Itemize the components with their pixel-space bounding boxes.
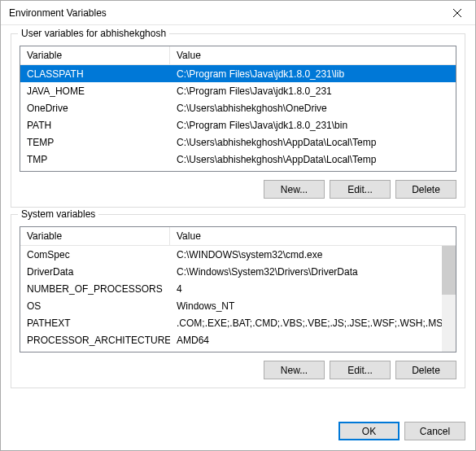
table-row[interactable]: ComSpecC:\WINDOWS\system32\cmd.exe: [20, 246, 442, 263]
table-row[interactable]: OSWindows_NT: [20, 297, 442, 314]
user-new-button[interactable]: New...: [264, 180, 325, 199]
variable-value-cell: Windows_NT: [170, 300, 442, 312]
variable-name-cell: ComSpec: [20, 249, 170, 261]
variable-value-cell: 4: [170, 283, 442, 295]
table-row[interactable]: JAVA_HOMEC:\Program Files\Java\jdk1.8.0_…: [20, 82, 456, 99]
variable-name-cell: OS: [20, 300, 170, 312]
system-list-header: Variable Value: [20, 227, 456, 246]
close-icon: [453, 9, 461, 17]
variable-value-cell: C:\Program Files\Java\jdk1.8.0_231: [170, 85, 456, 97]
variable-name-cell: PATH: [20, 120, 170, 131]
table-row[interactable]: TMPC:\Users\abhishekghosh\AppData\Local\…: [20, 151, 456, 168]
user-buttons-row: New... Edit... Delete: [20, 180, 456, 199]
table-row[interactable]: PATHEXT.COM;.EXE;.BAT;.CMD;.VBS;.VBE;.JS…: [20, 314, 442, 331]
system-variables-list[interactable]: Variable Value ComSpecC:\WINDOWS\system3…: [20, 226, 456, 352]
variable-value-cell: C:\Windows\System32\Drivers\DriverData: [170, 266, 442, 278]
variable-name-cell: PROCESSOR_ARCHITECTURE: [20, 335, 170, 346]
system-variables-group: System variables Variable Value ComSpecC…: [11, 214, 465, 388]
table-row[interactable]: DriverDataC:\Windows\System32\Drivers\Dr…: [20, 263, 442, 280]
variable-value-cell: C:\Program Files\Java\jdk1.8.0_231\bin: [170, 120, 456, 131]
user-delete-button[interactable]: Delete: [395, 180, 456, 199]
ok-button[interactable]: OK: [338, 422, 400, 440]
scrollbar[interactable]: [442, 246, 456, 352]
variable-value-cell: C:\Users\abhishekghosh\AppData\Local\Tem…: [170, 137, 456, 148]
variable-name-cell: CLASSPATH: [20, 68, 170, 80]
variable-value-cell: AMD64: [170, 335, 442, 346]
user-list-header: Variable Value: [20, 46, 456, 65]
system-delete-button[interactable]: Delete: [395, 361, 456, 379]
user-group-label: User variables for abhishekghosh: [18, 28, 169, 39]
window-title: Environment Variables: [9, 7, 439, 19]
scrollbar-thumb[interactable]: [442, 246, 456, 295]
system-new-button[interactable]: New...: [264, 361, 325, 379]
table-row[interactable]: PROCESSOR_ARCHITECTUREAMD64: [20, 331, 442, 348]
column-header-value[interactable]: Value: [170, 46, 456, 64]
variable-name-cell: JAVA_HOME: [20, 85, 170, 97]
cancel-button[interactable]: Cancel: [404, 422, 465, 440]
user-variables-list[interactable]: Variable Value CLASSPATHC:\Program Files…: [20, 46, 456, 172]
variable-name-cell: PATHEXT: [20, 317, 170, 329]
variable-value-cell: Intel64 Family 6 Model 78 Stepping 3, Ge…: [170, 352, 442, 353]
table-row[interactable]: PROCESSOR_IDENTIFIERIntel64 Family 6 Mod…: [20, 348, 442, 352]
variable-value-cell: C:\WINDOWS\system32\cmd.exe: [170, 249, 442, 261]
table-row[interactable]: CLASSPATHC:\Program Files\Java\jdk1.8.0_…: [20, 65, 456, 82]
dialog-buttons: OK Cancel: [1, 415, 475, 450]
variable-value-cell: C:\Users\abhishekghosh\AppData\Local\Tem…: [170, 154, 456, 165]
table-row[interactable]: PATHC:\Program Files\Java\jdk1.8.0_231\b…: [20, 116, 456, 134]
dialog-content: User variables for abhishekghosh Variabl…: [1, 25, 475, 415]
column-header-variable[interactable]: Variable: [20, 46, 170, 64]
variable-name-cell: TMP: [20, 154, 170, 165]
variable-value-cell: .COM;.EXE;.BAT;.CMD;.VBS;.VBE;.JS;.JSE;.…: [170, 317, 442, 329]
system-buttons-row: New... Edit... Delete: [20, 361, 456, 379]
titlebar: Environment Variables: [1, 1, 475, 25]
variable-name-cell: DriverData: [20, 266, 170, 278]
close-button[interactable]: [439, 1, 475, 25]
variable-name-cell: OneDrive: [20, 103, 170, 114]
user-edit-button[interactable]: Edit...: [330, 180, 391, 199]
variable-value-cell: C:\Program Files\Java\jdk1.8.0_231\lib: [170, 68, 456, 80]
user-variables-group: User variables for abhishekghosh Variabl…: [11, 33, 465, 208]
variable-name-cell: TEMP: [20, 137, 170, 148]
table-row[interactable]: NUMBER_OF_PROCESSORS4: [20, 280, 442, 297]
system-group-label: System variables: [18, 208, 98, 220]
environment-variables-dialog: Environment Variables User variables for…: [0, 0, 476, 451]
table-row[interactable]: OneDriveC:\Users\abhishekghosh\OneDrive: [20, 99, 456, 116]
variable-name-cell: PROCESSOR_IDENTIFIER: [20, 352, 170, 353]
table-row[interactable]: TEMPC:\Users\abhishekghosh\AppData\Local…: [20, 134, 456, 151]
column-header-variable[interactable]: Variable: [20, 227, 170, 245]
column-header-value[interactable]: Value: [170, 227, 456, 245]
variable-value-cell: C:\Users\abhishekghosh\OneDrive: [170, 103, 456, 114]
system-edit-button[interactable]: Edit...: [330, 361, 391, 379]
variable-name-cell: NUMBER_OF_PROCESSORS: [20, 283, 170, 295]
